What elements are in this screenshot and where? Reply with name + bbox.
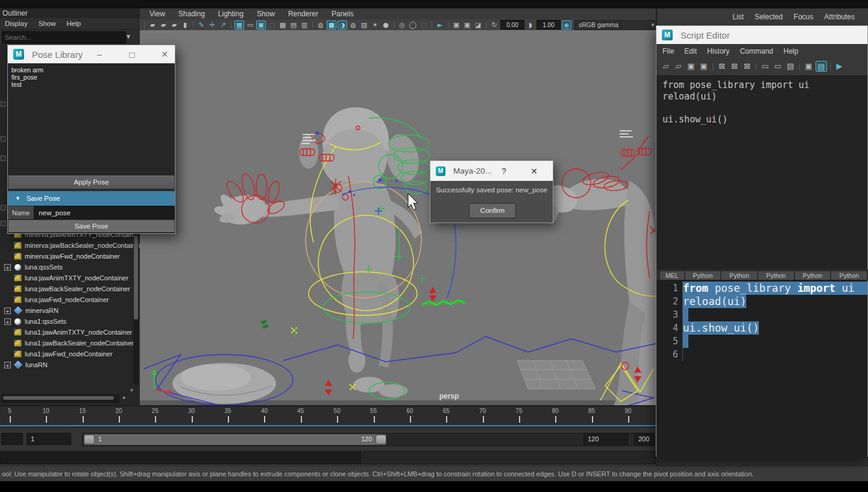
pose-list-item[interactable]: firs_pose: [8, 74, 175, 81]
script-input-pane[interactable]: 1from pose_library import ui2reload(ui)3…: [656, 280, 867, 458]
outliner-item[interactable]: +minerva:jawFwd_nodeContainer: [0, 251, 144, 262]
playback-start-field[interactable]: [27, 433, 71, 445]
checker-icon[interactable]: ▨: [359, 20, 369, 30]
use-default-material-icon[interactable]: ◍: [348, 20, 358, 30]
multisample-icon[interactable]: ▢: [419, 20, 429, 30]
code-line[interactable]: 1from pose_library import ui: [656, 282, 867, 295]
film-gate-icon[interactable]: ▭: [245, 20, 255, 30]
confirm-button[interactable]: Confirm: [469, 203, 516, 218]
attr-menu-focus[interactable]: Focus: [794, 13, 814, 21]
viewport-canvas[interactable]: [140, 30, 656, 405]
range-slider[interactable]: 1 120: [82, 433, 655, 446]
outliner-item[interactable]: +luna1:jawBackSealer_nodeContainer: [0, 338, 144, 348]
outliner-item[interactable]: +lunaRN: [0, 359, 144, 370]
panel-menu-show[interactable]: Show: [257, 10, 275, 18]
script-editor-menu-edit[interactable]: Edit: [684, 47, 697, 55]
camera-lock-icon[interactable]: ▰: [159, 20, 168, 30]
outliner-menu-help[interactable]: Help: [67, 20, 81, 27]
maximize-icon[interactable]: □: [126, 49, 138, 60]
expand-icon[interactable]: +: [4, 264, 11, 271]
save-pose-section-header[interactable]: ▼ Save Pose: [8, 191, 175, 206]
script-editor-menu-command[interactable]: Command: [740, 47, 773, 55]
pose-list-item[interactable]: test: [8, 81, 175, 88]
outliner-item[interactable]: +luna1:qssSets: [0, 316, 144, 327]
outliner-horizontal-scrollbar[interactable]: [1, 394, 119, 403]
close-icon[interactable]: ✕: [528, 166, 540, 176]
minimize-icon[interactable]: –: [93, 49, 105, 59]
apply-pose-button[interactable]: Apply Pose: [8, 175, 175, 189]
script-tab-python[interactable]: Python: [795, 271, 831, 280]
script-editor-titlebar[interactable]: M Script Editor: [656, 26, 867, 44]
panel-menu-renderer[interactable]: Renderer: [288, 10, 318, 18]
show-both-panes-icon[interactable]: ▤: [785, 61, 796, 72]
clear-all-icon[interactable]: ⊠: [741, 61, 753, 72]
outliner-menu-display[interactable]: Display: [5, 20, 28, 27]
outliner-item[interactable]: +luna1:jawAnimTXTY_nodeContainer: [0, 327, 144, 338]
scroll-down-icon[interactable]: ▼: [128, 387, 136, 394]
script-editor-menu-history[interactable]: History: [707, 47, 729, 55]
search-input[interactable]: [2, 31, 126, 43]
open-script-icon[interactable]: ▱: [660, 61, 671, 72]
camera-aim-icon[interactable]: ▰: [169, 20, 179, 30]
outliner-item[interactable]: +luna:jawAnimTXTY_nodeContainer: [0, 273, 144, 283]
view-transform-dropdown[interactable]: sRGB gamma ▼: [574, 20, 658, 30]
outliner-item[interactable]: +luna:jawBackSealer_nodeContainer: [0, 283, 144, 294]
lights-icon[interactable]: ✶: [370, 20, 380, 30]
command-completion-icon[interactable]: ▣: [803, 61, 814, 72]
line-numbers-icon[interactable]: ▤: [816, 61, 827, 72]
range-slider-active[interactable]: 1 120: [84, 434, 386, 445]
outliner-item[interactable]: +minerva:jawBackSealer_nodeContainer: [0, 240, 144, 251]
search-filter-dropdown-icon[interactable]: ▼: [125, 33, 131, 40]
outliner-vertical-scrollbar[interactable]: [133, 234, 139, 385]
panel-menu-lighting[interactable]: Lighting: [218, 10, 244, 18]
scroll-right-icon[interactable]: ►: [121, 394, 128, 402]
field-chart-icon[interactable]: ▩: [278, 20, 288, 30]
code-line[interactable]: 2reload(ui): [656, 295, 867, 308]
range-start-handle[interactable]: [84, 435, 95, 444]
pose-list[interactable]: broken armfirs_posetest: [8, 63, 175, 175]
motion-blur-icon[interactable]: ◯: [408, 20, 418, 30]
clear-history-icon[interactable]: ⊠: [716, 61, 728, 72]
script-tab-python[interactable]: Python: [685, 271, 721, 280]
panel-menu-view[interactable]: View: [149, 10, 165, 18]
shaded-icon[interactable]: ■: [327, 20, 336, 30]
script-tab-mel[interactable]: MEL: [660, 271, 684, 280]
camera-icon[interactable]: ▰: [148, 20, 157, 30]
wireframe-icon[interactable]: ◍: [316, 20, 326, 30]
image-plane-icon[interactable]: ◪: [473, 20, 483, 30]
save-pose-button[interactable]: Save Pose: [8, 219, 175, 233]
outliner-item[interactable]: +luna1:jawFwd_nodeContainer: [0, 348, 144, 359]
execute-icon[interactable]: ▶: [834, 61, 845, 72]
range-end-handle[interactable]: [376, 435, 386, 444]
panel-menu-panels[interactable]: Panels: [332, 10, 354, 18]
textured-icon[interactable]: ◑: [338, 20, 347, 30]
gamma-field[interactable]: [536, 20, 561, 30]
pose-list-item[interactable]: broken arm: [8, 66, 175, 74]
occlusion-icon[interactable]: ◎: [397, 20, 407, 30]
bookmark-icon[interactable]: ▮: [180, 20, 190, 30]
script-tab-python[interactable]: Python: [758, 271, 794, 280]
animation-start-field[interactable]: [1, 433, 23, 445]
save-script-icon[interactable]: ▣: [685, 61, 697, 72]
source-script-icon[interactable]: ▱: [673, 61, 684, 72]
attr-menu-list[interactable]: List: [732, 13, 744, 21]
panel-menu-shading[interactable]: Shading: [178, 10, 205, 18]
outliner-item[interactable]: +minervaRN: [0, 305, 144, 316]
help-icon[interactable]: ?: [498, 166, 510, 176]
expand-icon[interactable]: +: [4, 318, 11, 325]
safe-action-icon[interactable]: ▤: [289, 20, 298, 30]
resolution-gate-icon[interactable]: ▣: [256, 20, 266, 30]
expand-icon[interactable]: +: [4, 362, 11, 368]
script-tab-python[interactable]: Python: [831, 271, 867, 280]
animation-end-field[interactable]: [634, 433, 655, 445]
select-highlight-icon[interactable]: ►: [435, 20, 445, 30]
time-slider[interactable]: 51015202530354045505560657075808590: [0, 405, 656, 428]
script-editor-menu-help[interactable]: Help: [784, 47, 799, 55]
move-tool-icon[interactable]: ✛: [207, 20, 217, 30]
exposure-field[interactable]: [500, 20, 524, 30]
pose-name-input[interactable]: [34, 206, 175, 219]
attr-menu-attributes[interactable]: Attributes: [824, 13, 855, 21]
expand-icon[interactable]: +: [4, 308, 11, 314]
pose-library-titlebar[interactable]: M Pose Library – □ ✕: [8, 45, 175, 63]
code-line[interactable]: 6: [656, 348, 867, 361]
